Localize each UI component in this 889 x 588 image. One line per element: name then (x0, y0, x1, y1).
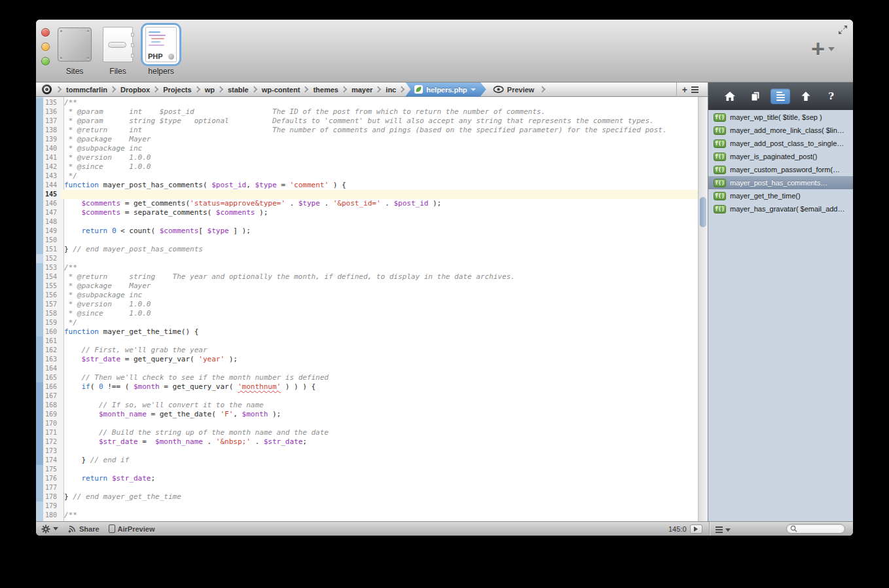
breadcrumb-item[interactable]: inc (383, 86, 399, 94)
code-line[interactable]: 149 return 0 < count( $comments[ $type ]… (36, 227, 698, 236)
code-line[interactable]: 150 (36, 236, 698, 245)
code-line[interactable]: 167 (36, 392, 698, 401)
search-input[interactable] (786, 524, 845, 534)
line-number: 169 (36, 410, 61, 419)
tab-sites[interactable]: Sites (56, 25, 94, 76)
code-line[interactable]: 153/** (36, 263, 698, 272)
symbol-list-button[interactable] (716, 525, 731, 534)
code-line[interactable]: 180/** (36, 511, 698, 520)
breadcrumb-item[interactable]: stable (225, 86, 251, 94)
code-line[interactable]: 170 (36, 419, 698, 428)
pages-icon[interactable] (746, 88, 765, 104)
code-line[interactable]: 174 } // end if (36, 456, 698, 465)
fullscreen-icon[interactable] (838, 25, 848, 35)
chevron-separator-icon (251, 86, 257, 93)
close-button[interactable] (41, 28, 50, 37)
code-line[interactable]: 165 // Then we'll check to see if the mo… (36, 373, 698, 382)
code-line[interactable]: 169 $month_name = get_the_date( 'F', $mo… (36, 410, 698, 419)
code-line[interactable]: 137 * @param string $type optional Defau… (36, 117, 698, 126)
zoom-button[interactable] (41, 57, 50, 65)
chevron-separator-icon (153, 86, 159, 93)
code-line[interactable]: 176 return $str_date; (36, 474, 698, 483)
code-line[interactable]: 171 // Build the string up of the month … (36, 428, 698, 437)
goto-line-button[interactable] (690, 524, 702, 534)
path-tab-controls[interactable]: + (676, 83, 704, 97)
active-file-tab[interactable]: helpers.php (405, 83, 486, 97)
chevron-down-icon (828, 47, 835, 51)
code-line[interactable]: 147 $comments = separate_comments( $comm… (36, 208, 698, 217)
code-line[interactable]: 156 * @subpackage inc (36, 291, 698, 300)
function-list-item[interactable]: f()mayer_custom_password_form(… (708, 163, 853, 176)
code-line[interactable]: 140 * @subpackage inc (36, 144, 698, 153)
code-line[interactable]: 168 // If so, we'll convert it to the na… (36, 401, 698, 410)
tab-helpers[interactable]: PHP helpers (142, 25, 180, 76)
code-line[interactable]: 135/** (36, 98, 698, 107)
code-line[interactable]: 157 * @version 1.0.0 (36, 300, 698, 309)
code-line[interactable]: 141 * @version 1.0.0 (36, 153, 698, 162)
code-line[interactable]: 148 (36, 217, 698, 227)
breadcrumb-item[interactable]: themes (310, 86, 341, 94)
settings-menu-button[interactable] (41, 524, 58, 534)
line-content: * @subpackage inc (61, 144, 698, 153)
code-line[interactable]: 152 (36, 254, 698, 263)
help-icon[interactable]: ? (822, 88, 841, 104)
code-editor[interactable]: 135/**136 * @param int $post_id The ID o… (36, 97, 708, 521)
function-list-item[interactable]: f()mayer_get_the_time() (708, 189, 853, 202)
chevron-separator-icon (217, 86, 223, 93)
line-number: 149 (36, 227, 61, 236)
minimize-button[interactable] (41, 43, 50, 51)
code-line[interactable]: 162 // First, we'll grab the year (36, 346, 698, 355)
code-line[interactable]: 138 * @return int The number of comments… (36, 126, 698, 135)
code-line[interactable]: 144function mayer_post_has_comments( $po… (36, 181, 698, 190)
code-line[interactable]: 164 (36, 364, 698, 373)
function-list-item[interactable]: f()mayer_has_gravatar( $email_add… (708, 202, 853, 215)
tab-files[interactable]: Files (99, 25, 137, 76)
code-line[interactable]: 136 * @param int $post_id The ID of the … (36, 107, 698, 117)
code-line[interactable]: 142 * @since 1.0.0 (36, 162, 698, 172)
editor-scrollbar[interactable] (698, 97, 708, 521)
site-root-icon[interactable] (42, 84, 52, 94)
code-line[interactable]: 177 (36, 483, 698, 492)
code-line[interactable]: 179 (36, 502, 698, 511)
function-list-item[interactable]: f()mayer_add_post_class_to_single… (708, 137, 853, 150)
share-button[interactable]: Share (67, 524, 100, 534)
scrollbar-thumb[interactable] (700, 197, 706, 227)
function-badge: f() (714, 153, 726, 161)
publish-up-icon[interactable] (796, 88, 816, 104)
airpreview-button[interactable]: AirPreview (109, 524, 155, 533)
code-line[interactable]: 154 * @return string The year and option… (36, 272, 698, 282)
code-line[interactable]: 155 * @package Mayer (36, 282, 698, 291)
code-line[interactable]: 178} // end mayer_get_the_time (36, 492, 698, 502)
php-icon-label: PHP (148, 52, 163, 60)
code-line[interactable]: 166 if( 0 !== ( $month = get_query_var( … (36, 382, 698, 392)
code-line[interactable]: 158 * @since 1.0.0 (36, 309, 698, 318)
function-list-item[interactable]: f()mayer_add_more_link_class( $lin… (708, 124, 853, 137)
home-icon[interactable] (720, 88, 740, 104)
function-list-item[interactable]: f()mayer_is_paginated_post() (708, 150, 853, 163)
preview-tab[interactable]: Preview (486, 86, 540, 94)
code-line[interactable]: 172 $str_date = $month_name . '&nbsp;' .… (36, 437, 698, 447)
code-line[interactable]: 159 */ (36, 318, 698, 327)
function-list-item[interactable]: f()mayer_post_has_comments… (708, 176, 853, 189)
code-line[interactable]: 163 $str_date = get_query_var( 'year' ); (36, 355, 698, 364)
breadcrumb-item[interactable]: Projects (160, 86, 194, 94)
breadcrumb-item[interactable]: wp (202, 86, 217, 94)
breadcrumb-item[interactable]: tommcfarlin (64, 86, 110, 94)
breadcrumb-item[interactable]: Dropbox (118, 86, 153, 94)
navigator-icon[interactable] (771, 88, 790, 104)
code-line[interactable]: 161 (36, 337, 698, 346)
code-line[interactable]: 160function mayer_get_the_time() { (36, 327, 698, 337)
breadcrumb-item[interactable]: wp-content (259, 86, 303, 94)
code-line[interactable]: 143 */ (36, 172, 698, 181)
code-line[interactable]: 139 * @package Mayer (36, 135, 698, 144)
breadcrumb-item[interactable]: mayer (349, 86, 375, 94)
code-line[interactable]: 173 (36, 447, 698, 456)
code-line[interactable]: 146 $comments = get_comments('status=app… (36, 199, 698, 208)
plus-icon: + (811, 39, 825, 59)
new-tab-button[interactable]: + (811, 39, 835, 59)
code-line[interactable]: 145 (36, 190, 698, 199)
code-line[interactable]: 151} // end mayer_post_has_comments (36, 245, 698, 254)
function-list-item[interactable]: f()mayer_wp_title( $title, $sep ) (708, 111, 853, 124)
code-line[interactable]: 175 (36, 465, 698, 474)
list-lines-icon (776, 90, 785, 102)
